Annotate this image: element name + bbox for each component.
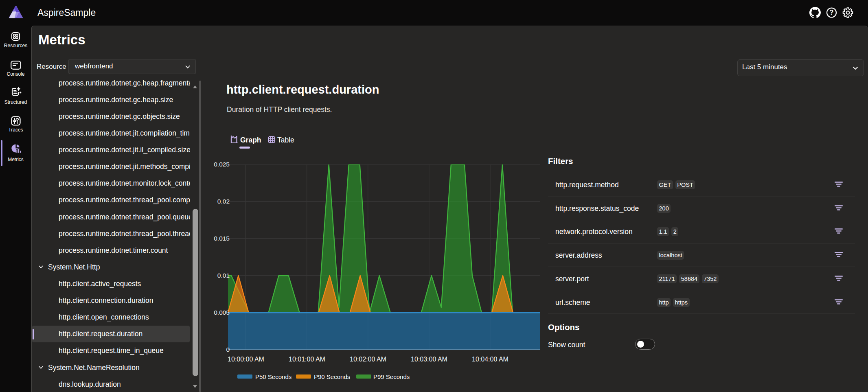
svg-text:?: ? [829,9,833,16]
